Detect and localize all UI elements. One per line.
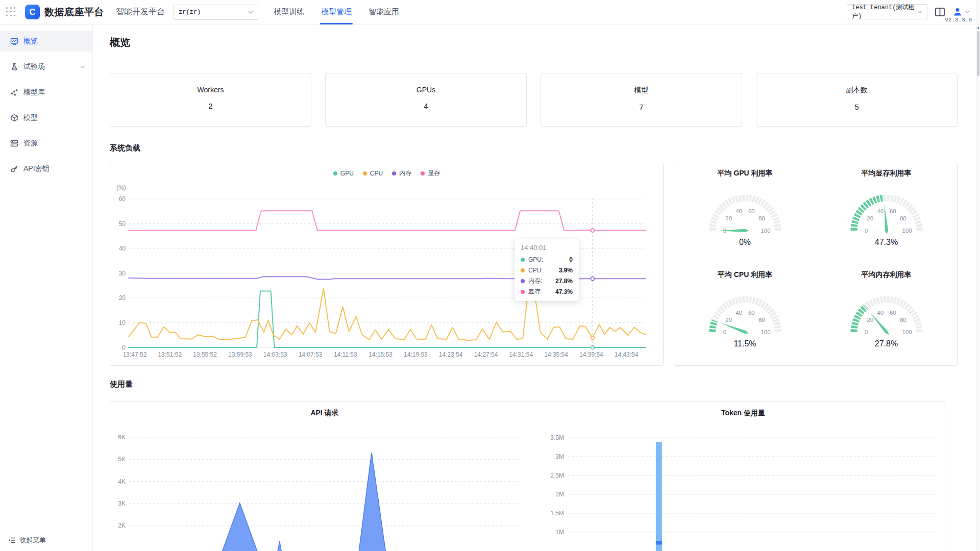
stat-label: 模型 [541,86,742,95]
svg-text:20: 20 [119,294,126,302]
tooltip-value: 3.9% [559,267,573,274]
svg-text:50: 50 [119,220,126,228]
user-avatar-icon [952,7,963,17]
resources-icon [10,139,18,147]
apps-grid-icon[interactable] [6,7,16,17]
logo-icon: C [25,5,40,19]
svg-text:(%): (%) [116,184,126,191]
svg-text:100: 100 [902,329,912,335]
svg-text:1M: 1M [555,529,564,536]
svg-text:2.5M: 2.5M [550,472,564,479]
sidebar-item-model-repo[interactable]: 模型库 [0,82,92,103]
legend-item-memory[interactable]: 内存 [392,169,411,178]
top-navbar: C 数据底座平台 智能开发平台 zr(zr) 模型训练 模型管理 智能应用 te… [0,0,980,24]
scroll-up-arrow[interactable]: ▲ [976,25,980,30]
tenant-select[interactable]: test_tenant(测试租户) [847,4,927,19]
product-name: 数据底座平台 [44,6,104,19]
tooltip-dot [521,268,525,272]
tab-model-management[interactable]: 模型管理 [321,0,352,24]
flask-icon [10,63,18,71]
svg-text:20: 20 [725,215,732,221]
chevron-down-icon [80,65,85,68]
scrollbar-thumb[interactable] [977,31,979,76]
svg-text:40: 40 [736,310,742,316]
token-usage-bar-chart: 3.5M3M2.5M2M1.5M1M [542,425,945,551]
tab-intelligent-apps[interactable]: 智能应用 [369,0,399,24]
token-usage-chart-title: Token 使用量 [542,409,945,418]
sidebar-item-label: 概览 [23,37,38,46]
chevron-down-icon [248,11,253,14]
layout-columns-icon[interactable] [935,8,945,16]
svg-text:1.5M: 1.5M [550,510,564,517]
legend-dot [363,171,367,176]
sidebar-item-label: 模型 [23,113,38,122]
svg-text:40: 40 [119,245,126,252]
chevron-down-icon [965,10,970,13]
system-load-section-title: 系统负载 [110,143,976,153]
user-menu[interactable] [952,7,970,17]
sidebar-item-model[interactable]: 模型 [0,108,92,128]
sidebar-item-label: 资源 [23,139,38,148]
svg-text:14:27:54: 14:27:54 [474,351,498,358]
system-load-chart[interactable]: GPU CPU 内存 显存 0102030405060(%)13:47:5213… [110,162,664,366]
svg-text:14:15:53: 14:15:53 [369,351,393,358]
stat-value: 2 [110,102,311,110]
usage-charts-card[interactable]: API 请求 Token 使用量 6K5K4K3K2K 3.5M3M2.5M2M… [110,401,945,551]
key-icon [10,165,18,173]
stat-cards-row: Workers 2 GPUs 4 模型 7 副本数 5 [110,73,958,127]
tooltip-label: 内存: [528,277,542,285]
main-content: 概览 Workers 2 GPUs 4 模型 7 副本数 5 系统负载 GPU … [93,25,976,551]
stat-value: 5 [756,103,957,111]
legend-item-gpu[interactable]: GPU [333,169,354,178]
gauges-panel: 平均 GPU 利用率 020406080100 0% 平均显存利用率 02040… [674,162,958,366]
sidebar-item-api-keys[interactable]: API密钥 [0,159,92,179]
window-scrollbar[interactable]: ▲ [976,0,980,551]
svg-text:14:31:54: 14:31:54 [509,351,533,358]
legend-item-cpu[interactable]: CPU [363,169,383,178]
project-select[interactable]: zr(zr) [174,5,258,20]
sidebar-item-label: API密钥 [23,164,50,173]
tooltip-dot [521,279,525,283]
svg-text:13:55:52: 13:55:52 [193,351,217,358]
svg-text:14:35:54: 14:35:54 [544,351,568,358]
version-label: v2.3.3.0 [945,17,972,23]
stat-label: 副本数 [756,86,957,95]
api-requests-chart-title: API 请求 [120,409,529,418]
svg-text:80: 80 [899,215,906,221]
svg-text:2K: 2K [118,522,126,529]
stat-card-workers: Workers 2 [110,73,311,127]
tooltip-dot [521,258,525,262]
svg-text:20: 20 [725,317,732,323]
gauge-value: 11.5% [733,339,756,348]
gauge-title: 平均内存利用率 [862,270,912,280]
gauge-title: 平均 CPU 利用率 [718,270,772,280]
svg-text:3K: 3K [118,500,126,507]
stat-card-replicas: 副本数 5 [756,73,958,127]
tab-model-training[interactable]: 模型训练 [274,0,304,24]
collapse-menu-label: 收起菜单 [19,536,46,545]
svg-text:14:23:54: 14:23:54 [439,351,463,358]
sidebar-item-resources[interactable]: 资源 [0,133,92,154]
sidebar: 概览 试验场 模型库 模型 资源 API密钥 收起菜单 [0,25,93,551]
svg-text:14:07:53: 14:07:53 [299,351,323,358]
top-nav-tabs: 模型训练 模型管理 智能应用 [274,0,399,24]
gauge-gpu-utilization: 平均 GPU 利用率 020406080100 0% [674,162,816,264]
collapse-menu-button[interactable]: 收起菜单 [8,536,46,545]
sidebar-item-playground[interactable]: 试验场 [0,57,92,77]
svg-text:13:59:53: 13:59:53 [228,351,252,358]
stat-label: GPUs [326,86,526,94]
stat-card-models: 模型 7 [541,73,742,127]
line-chart-plot: 0102030405060(%)13:47:5213:51:5213:55:52… [110,162,663,364]
gauge-title: 平均 GPU 利用率 [717,169,772,178]
svg-text:13:47:52: 13:47:52 [123,351,147,358]
svg-text:14:03:53: 14:03:53 [263,351,287,358]
project-select-value: zr(zr) [179,9,201,16]
svg-text:0: 0 [723,329,726,335]
gauge-dial: 020406080100 [697,181,794,238]
usage-section-title: 使用量 [110,380,976,389]
svg-text:60: 60 [748,310,754,316]
sidebar-item-overview[interactable]: 概览 [0,31,92,52]
svg-text:2M: 2M [555,491,564,498]
legend-item-vram[interactable]: 显存 [421,169,440,178]
legend-dot [333,171,337,176]
